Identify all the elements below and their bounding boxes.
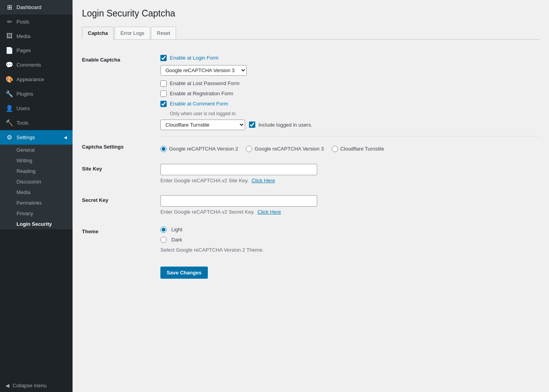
appearance-icon: 🎨	[5, 76, 13, 83]
site-key-row: Site Key Enter Google reCAPTCHA v2 Site …	[82, 158, 540, 189]
site-key-td: Enter Google reCAPTCHA v2 Site Key. Clic…	[160, 158, 540, 189]
submenu-login-security[interactable]: Login Security	[0, 219, 73, 229]
submenu-reading[interactable]: Reading	[0, 166, 73, 176]
sidebar-item-settings[interactable]: ⚙ Settings ◀	[0, 130, 73, 145]
page-title: Login Security Captcha	[82, 8, 540, 20]
site-key-link[interactable]: Click Here	[251, 178, 275, 183]
sidebar: ⊞ Dashboard ✏ Posts 🖼 Media 📄 Pages 💬 Co…	[0, 0, 73, 392]
sidebar-item-users[interactable]: 👤 Users	[0, 101, 73, 116]
secret-key-td: Enter Google reCAPTCHA v2 Secret Key. Cl…	[160, 189, 540, 221]
captcha-cf-radio-row[interactable]: Cloudflare Turnstile	[332, 146, 384, 152]
site-key-input[interactable]	[160, 164, 317, 175]
sidebar-item-label: Appearance	[16, 76, 44, 82]
submenu-general[interactable]: General	[0, 145, 73, 155]
sidebar-item-dashboard[interactable]: ⊞ Dashboard	[0, 0, 73, 15]
submenu-writing[interactable]: Writing	[0, 155, 73, 166]
lost-password-checkbox-label[interactable]: Enable at Lost Password Form	[170, 80, 240, 86]
captcha-v2-label: Google reCAPTCHA Version 2	[169, 146, 238, 152]
captcha-settings-td: Google reCAPTCHA Version 2 Google reCAPT…	[160, 136, 540, 158]
sidebar-item-label: Settings	[16, 134, 35, 140]
sidebar-item-posts[interactable]: ✏ Posts	[0, 15, 73, 29]
login-form-checkbox-label[interactable]: Enable at Login Form	[170, 55, 218, 61]
site-key-label: Site Key	[82, 158, 160, 189]
collapse-menu-button[interactable]: ◀ Collapse menu	[0, 379, 73, 392]
theme-light-radio[interactable]	[160, 227, 167, 233]
theme-row: Theme Light Dark Select Google reCAPTCHA…	[82, 221, 540, 259]
sidebar-item-plugins[interactable]: 🔧 Plugins	[0, 87, 73, 101]
users-icon: 👤	[5, 105, 13, 112]
media-icon: 🖼	[5, 33, 13, 40]
lost-password-checkbox[interactable]	[160, 80, 167, 87]
main-content: Login Security Captcha Captcha Error Log…	[73, 0, 549, 392]
enable-captcha-row: Enable Captcha Enable at Login Form Goog…	[82, 49, 540, 136]
tabs-bar: Captcha Error Logs Reset	[82, 27, 540, 40]
lost-password-checkbox-row: Enable at Lost Password Form	[160, 80, 540, 87]
sidebar-item-media[interactable]: 🖼 Media	[0, 29, 73, 43]
captcha-settings-row: Captcha Settings Google reCAPTCHA Versio…	[82, 136, 540, 158]
theme-dark-radio[interactable]	[160, 237, 167, 243]
submenu-permalinks[interactable]: Permalinks	[0, 198, 73, 208]
login-form-checkbox[interactable]	[160, 55, 167, 61]
captcha-v3-label: Google reCAPTCHA Version 3	[255, 146, 324, 152]
sidebar-item-label: Dashboard	[16, 4, 42, 10]
submenu-media[interactable]: Media	[0, 187, 73, 198]
tab-reset[interactable]: Reset	[151, 27, 176, 39]
save-changes-button[interactable]: Save Changes	[160, 267, 208, 279]
settings-submenu: General Writing Reading Discussion Media…	[0, 145, 73, 229]
secret-key-row: Secret Key Enter Google reCAPTCHA v2 Sec…	[82, 189, 540, 221]
settings-icon: ⚙	[5, 134, 13, 141]
submenu-privacy[interactable]: Privacy	[0, 208, 73, 219]
sidebar-item-label: Comments	[16, 62, 41, 68]
secret-key-input[interactable]	[160, 195, 317, 207]
recaptcha-version-select[interactable]: Google reCAPTCHA Version 2 Google reCAPT…	[160, 65, 247, 76]
sidebar-item-label: Plugins	[16, 91, 33, 97]
include-logged-in-label[interactable]: Include logged in users.	[258, 122, 312, 128]
sidebar-item-pages[interactable]: 📄 Pages	[0, 43, 73, 58]
secret-key-hint-text: Enter Google reCAPTCHA v2 Secret Key.	[160, 209, 255, 215]
sidebar-item-appearance[interactable]: 🎨 Appearance	[0, 72, 73, 87]
only-when-text: Only when user is not logged in.	[170, 111, 540, 116]
captcha-settings-label: Captcha Settings	[82, 136, 160, 158]
collapse-icon: ◀	[5, 383, 9, 388]
tab-captcha[interactable]: Captcha	[82, 27, 114, 40]
theme-label: Theme	[82, 221, 160, 259]
theme-light-label: Light	[171, 227, 182, 232]
comment-form-checkbox-row: Enable at Comment Form	[160, 101, 540, 107]
include-logged-in-row: Include logged in users.	[249, 122, 312, 128]
posts-icon: ✏	[5, 18, 13, 25]
captcha-cf-radio[interactable]	[332, 146, 338, 152]
login-form-checkbox-row: Enable at Login Form	[160, 55, 540, 61]
secret-key-link[interactable]: Click Here	[258, 209, 281, 215]
registration-checkbox-row: Enable at Registration Form	[160, 91, 540, 97]
captcha-cf-label: Cloudflare Turnstile	[340, 146, 384, 152]
comment-form-checkbox[interactable]	[160, 101, 167, 107]
dashboard-icon: ⊞	[5, 4, 13, 11]
registration-checkbox-label[interactable]: Enable at Registration Form	[170, 91, 233, 96]
include-logged-in-checkbox[interactable]	[249, 122, 255, 128]
save-row: Save Changes	[82, 259, 540, 285]
form-content: Enable Captcha Enable at Login Form Goog…	[82, 49, 540, 285]
settings-form-table: Enable Captcha Enable at Login Form Goog…	[82, 49, 540, 285]
captcha-v3-radio[interactable]	[246, 146, 252, 152]
enable-captcha-label: Enable Captcha	[82, 49, 160, 136]
captcha-v2-radio[interactable]	[160, 146, 167, 152]
theme-dark-label: Dark	[171, 237, 182, 243]
tab-error-logs[interactable]: Error Logs	[115, 27, 150, 39]
captcha-settings-radio-group: Google reCAPTCHA Version 2 Google reCAPT…	[160, 146, 540, 152]
captcha-v3-radio-row[interactable]: Google reCAPTCHA Version 3	[246, 146, 324, 152]
secret-key-hint: Enter Google reCAPTCHA v2 Secret Key. Cl…	[160, 209, 540, 215]
site-key-hint-text: Enter Google reCAPTCHA v2 Site Key.	[160, 178, 249, 183]
theme-light-row[interactable]: Light	[160, 227, 540, 233]
cloudflare-select[interactable]: Cloudflare Turnstile Google reCAPTCHA Ve…	[160, 120, 245, 130]
theme-dark-row[interactable]: Dark	[160, 237, 540, 243]
theme-hint: Select Google reCAPTCHA Version 2 Theme.	[160, 247, 540, 253]
sidebar-item-comments[interactable]: 💬 Comments	[0, 58, 73, 72]
sidebar-item-label: Users	[16, 105, 30, 111]
captcha-v2-radio-row[interactable]: Google reCAPTCHA Version 2	[160, 146, 238, 152]
registration-checkbox[interactable]	[160, 91, 167, 97]
pages-icon: 📄	[5, 47, 13, 54]
submenu-discussion[interactable]: Discussion	[0, 176, 73, 187]
comment-form-checkbox-label[interactable]: Enable at Comment Form	[170, 101, 228, 107]
sidebar-item-tools[interactable]: 🔨 Tools	[0, 116, 73, 130]
tools-icon: 🔨	[5, 119, 13, 127]
